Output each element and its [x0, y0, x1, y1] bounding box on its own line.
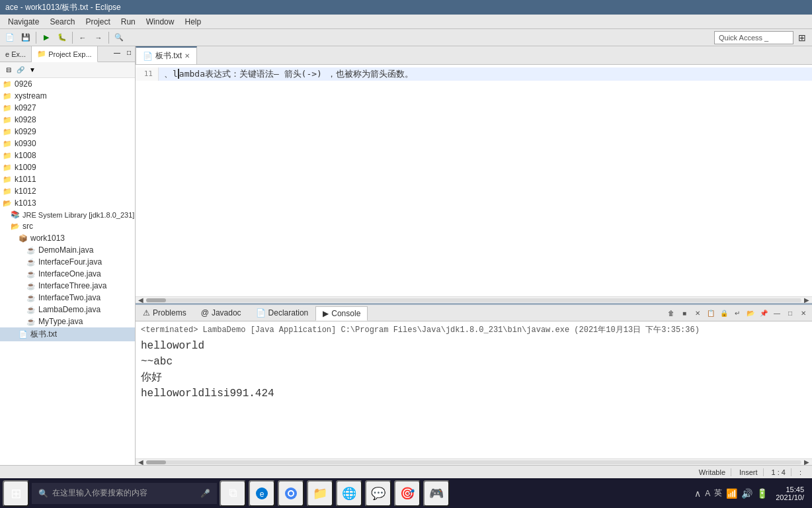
tree-item-k0928[interactable]: 📁 k0928: [0, 114, 135, 126]
tree-item-k0930[interactable]: 📁 k0930: [0, 138, 135, 149]
console-scroll-right[interactable]: ▶: [804, 458, 809, 465]
menu-search[interactable]: Search: [44, 16, 80, 28]
task-view-button[interactable]: ⧉: [220, 480, 246, 507]
menu-run[interactable]: Run: [116, 16, 141, 28]
declaration-icon: 📄: [256, 308, 266, 318]
sidebar-tab-project[interactable]: 📁 Project Exp...: [32, 46, 97, 62]
debug-button[interactable]: 🐛: [55, 30, 69, 45]
tree-item-interfacetwo[interactable]: ☕ InterfaceTwo.java: [0, 292, 135, 304]
tree-item-k1013[interactable]: 📂 k1013: [0, 197, 135, 209]
console-pin[interactable]: 📌: [758, 307, 770, 319]
tree-item-k1009[interactable]: 📁 k1009: [0, 161, 135, 173]
link-editor[interactable]: 🔗: [15, 64, 26, 76]
folder-icon: 📁: [3, 187, 12, 196]
tree-item-k1012[interactable]: 📁 k1012: [0, 185, 135, 197]
bottom-tab-javadoc[interactable]: @ Javadoc: [194, 306, 249, 320]
editor-content[interactable]: 11 、lambda表达式：关键语法— 箭头(->) ，也被称为箭头函数。: [136, 65, 812, 296]
bottom-tab-problems[interactable]: ⚠ Problems: [136, 306, 194, 320]
back-button[interactable]: ←: [75, 30, 90, 45]
tree-item-k1011[interactable]: 📁 k1011: [0, 173, 135, 185]
tab-close-button[interactable]: ✕: [184, 52, 190, 60]
taskbar-lang-icon[interactable]: 英: [714, 487, 722, 499]
tree-item-banshu[interactable]: 📄 板书.txt: [0, 327, 135, 341]
edge-button[interactable]: e: [249, 480, 275, 507]
taskbar-search-box[interactable]: 🔍 在这里输入你要搜索的内容 🎤: [32, 483, 217, 504]
sidebar-tab-explorer[interactable]: e Ex...: [0, 46, 32, 62]
console-scroll-lock[interactable]: 🔒: [718, 307, 730, 319]
main-area: e Ex... 📁 Project Exp... — □ ⊟ 🔗 ▼ 📁 092…: [0, 46, 812, 465]
console-content: <terminated> LambaDemo [Java Application…: [136, 321, 812, 458]
perspectives-btn[interactable]: ⊞: [795, 30, 809, 45]
java-icon: ☕: [26, 318, 36, 326]
scroll-thumb[interactable]: [146, 298, 166, 302]
bottom-tab-declaration[interactable]: 📄 Declaration: [249, 306, 316, 320]
collapse-all[interactable]: ⊟: [3, 64, 15, 76]
taskbar-battery-icon[interactable]: 🔋: [756, 488, 768, 499]
taskbar-wifi-icon[interactable]: 📶: [726, 488, 737, 499]
view-menu[interactable]: ▼: [26, 64, 38, 76]
taskbar-date: 2021/10/: [776, 493, 804, 501]
svg-point-4: [289, 491, 293, 495]
chrome-button[interactable]: [278, 480, 304, 507]
sidebar-minimize[interactable]: —: [111, 46, 123, 58]
console-copy[interactable]: 📋: [705, 307, 717, 319]
tree-item-k0929[interactable]: 📁 k0929: [0, 126, 135, 138]
bottom-toolbar: 🗑 ■ ✕ 📋 🔒 ↵ 📂 📌 — □ ✕: [665, 307, 812, 319]
ie-button[interactable]: 🌐: [336, 480, 362, 507]
status-writable: Writable: [694, 468, 731, 476]
taskbar-time[interactable]: 15:45 2021/10/: [776, 486, 809, 501]
bottom-tab-console[interactable]: ▶ Console: [315, 306, 368, 321]
tree-item-interfacefour[interactable]: ☕ InterfaceFour.java: [0, 256, 135, 268]
quick-access-box[interactable]: Quick Access _: [714, 31, 793, 44]
tree-item-xystream[interactable]: 📁 xystream: [0, 90, 135, 102]
start-button[interactable]: ⊞: [3, 480, 29, 507]
tree-item-jre[interactable]: 📚 JRE System Library [jdk1.8.0_231]: [0, 209, 135, 220]
console-word-wrap[interactable]: ↵: [731, 307, 743, 319]
tree-item-0926[interactable]: 📁 0926: [0, 78, 135, 90]
menu-help[interactable]: Help: [179, 16, 206, 28]
editor-tab-banshu[interactable]: 📄 板书.txt ✕: [136, 46, 197, 64]
scroll-track[interactable]: [146, 298, 801, 302]
app8-button[interactable]: 🎮: [423, 480, 450, 507]
tree-item-k1008[interactable]: 📁 k1008: [0, 149, 135, 161]
menu-project[interactable]: Project: [80, 16, 115, 28]
console-scrollbar[interactable]: ◀ ▶: [136, 458, 812, 465]
tree-item-interfacethree[interactable]: ☕ InterfaceThree.java: [0, 280, 135, 292]
console-maximize[interactable]: □: [784, 307, 796, 319]
run-button[interactable]: ▶: [39, 30, 54, 45]
tree-item-demomain[interactable]: ☕ DemoMain.java: [0, 244, 135, 256]
save-button[interactable]: 💾: [19, 30, 33, 45]
menu-navigate[interactable]: Navigate: [3, 16, 44, 28]
console-scroll-thumb[interactable]: [146, 460, 166, 464]
console-close[interactable]: ✕: [797, 307, 809, 319]
taskbar: ⊞ 🔍 在这里输入你要搜索的内容 🎤 ⧉ e 📁 🌐 💬 🎯 🎮 ∧ A 英 📶…: [0, 478, 812, 508]
sidebar-maximize[interactable]: □: [123, 46, 135, 58]
window-title: ace - work1013/板书.txt - Eclipse: [5, 2, 121, 13]
file-explorer-button[interactable]: 📁: [307, 480, 333, 507]
taskbar-ime-icon[interactable]: A: [705, 489, 710, 498]
console-terminate[interactable]: ■: [678, 307, 690, 319]
console-open-console[interactable]: 📂: [745, 307, 756, 319]
tree-item-k0927[interactable]: 📁 k0927: [0, 102, 135, 114]
tree-item-work1013[interactable]: 📦 work1013: [0, 232, 135, 244]
tree-item-lambademo[interactable]: ☕ LambaDemo.java: [0, 304, 135, 316]
lib-icon: 📚: [11, 210, 20, 219]
app7-button[interactable]: 🎯: [394, 480, 421, 507]
editor-horizontal-scrollbar[interactable]: ◀ ▶: [136, 296, 812, 303]
forward-button[interactable]: →: [91, 30, 106, 45]
search-btn[interactable]: 🔍: [112, 30, 126, 45]
console-scroll-track[interactable]: [146, 460, 801, 464]
tree-item-mytype[interactable]: ☕ MyType.java: [0, 316, 135, 327]
console-clear[interactable]: 🗑: [665, 307, 677, 319]
console-scroll-left[interactable]: ◀: [138, 458, 143, 465]
console-minimize[interactable]: —: [771, 307, 783, 319]
tree-item-interfaceone[interactable]: ☕ InterfaceOne.java: [0, 268, 135, 280]
menu-window[interactable]: Window: [141, 16, 180, 28]
taskbar-up-arrow[interactable]: ∧: [694, 488, 701, 499]
console-stop[interactable]: ✕: [692, 307, 704, 319]
chat-button[interactable]: 💬: [365, 480, 391, 507]
tree-item-src[interactable]: 📂 src: [0, 220, 135, 232]
new-button[interactable]: 📄: [3, 30, 17, 45]
taskbar-volume-icon[interactable]: 🔊: [741, 488, 752, 499]
microphone-icon[interactable]: 🎤: [200, 489, 210, 498]
